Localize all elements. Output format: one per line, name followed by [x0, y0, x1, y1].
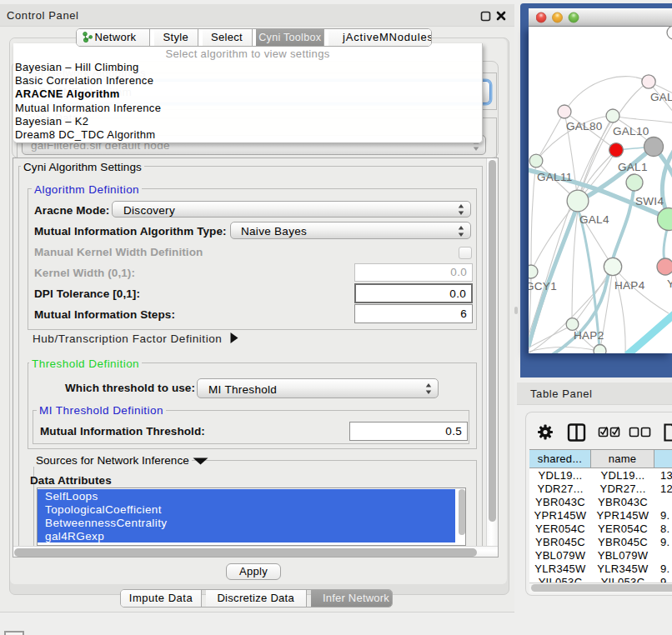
svg-text:GAL4: GAL4	[579, 213, 609, 226]
svg-text:GCY1: GCY1	[529, 280, 557, 292]
svg-text:GAL2: GAL2	[650, 91, 672, 103]
svg-text:SWI4: SWI4	[635, 195, 664, 208]
svg-text:HAP4: HAP4	[614, 279, 645, 292]
svg-text:GAL80: GAL80	[566, 120, 603, 132]
svg-text:Y: Y	[667, 278, 672, 290]
svg-text:HAP2: HAP2	[574, 329, 604, 342]
svg-text:GAL10: GAL10	[613, 125, 649, 138]
svg-text:GAL11: GAL11	[537, 171, 573, 183]
svg-text:GAL1: GAL1	[618, 161, 648, 173]
